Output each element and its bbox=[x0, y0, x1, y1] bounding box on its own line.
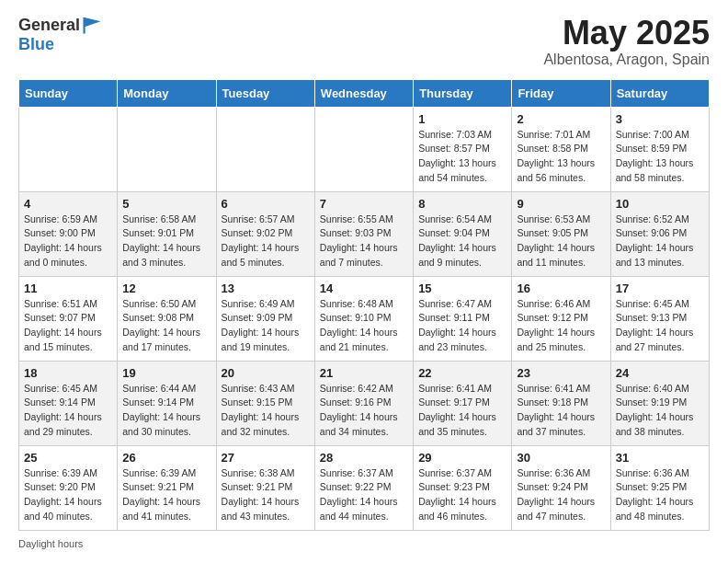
day-number: 11 bbox=[24, 282, 112, 295]
col-wednesday: Wednesday bbox=[314, 79, 413, 107]
logo-general-text: General bbox=[18, 16, 80, 35]
day-number: 24 bbox=[616, 366, 704, 380]
day-info: Sunrise: 6:55 AMSunset: 9:03 PMDaylight:… bbox=[320, 213, 408, 270]
day-number: 5 bbox=[122, 197, 210, 211]
day-info: Sunrise: 6:36 AMSunset: 9:25 PMDaylight:… bbox=[616, 466, 704, 524]
page: General Blue May 2025 Albentosa, Aragon,… bbox=[0, 0, 728, 563]
table-cell: 18Sunrise: 6:45 AMSunset: 9:14 PMDayligh… bbox=[19, 361, 118, 445]
calendar-week-3: 11Sunrise: 6:51 AMSunset: 9:07 PMDayligh… bbox=[19, 276, 710, 361]
day-number: 1 bbox=[418, 112, 506, 126]
table-cell: 22Sunrise: 6:41 AMSunset: 9:17 PMDayligh… bbox=[414, 361, 512, 445]
calendar-week-5: 25Sunrise: 6:39 AMSunset: 9:20 PMDayligh… bbox=[19, 445, 710, 530]
day-info: Sunrise: 6:43 AMSunset: 9:15 PMDaylight:… bbox=[222, 382, 310, 440]
day-info: Sunrise: 6:48 AMSunset: 9:10 PMDaylight:… bbox=[320, 297, 408, 355]
title-block: May 2025 Albentosa, Aragon, Spain bbox=[543, 15, 710, 68]
day-number: 31 bbox=[616, 451, 704, 465]
table-cell bbox=[19, 107, 118, 191]
table-cell: 31Sunrise: 6:36 AMSunset: 9:25 PMDayligh… bbox=[610, 445, 709, 530]
day-number: 2 bbox=[517, 112, 605, 126]
day-number: 28 bbox=[320, 451, 408, 465]
col-friday: Friday bbox=[512, 79, 610, 107]
day-number: 27 bbox=[222, 451, 310, 465]
day-number: 4 bbox=[24, 197, 112, 211]
daylight-label: Daylight hours bbox=[18, 538, 83, 549]
calendar-header-row: Sunday Monday Tuesday Wednesday Thursday… bbox=[19, 79, 710, 107]
table-cell bbox=[314, 107, 413, 191]
day-info: Sunrise: 6:37 AMSunset: 9:22 PMDaylight:… bbox=[320, 466, 408, 524]
day-info: Sunrise: 6:46 AMSunset: 9:12 PMDaylight:… bbox=[517, 297, 605, 355]
day-number: 19 bbox=[122, 366, 210, 380]
svg-rect-1 bbox=[84, 17, 85, 34]
day-info: Sunrise: 6:51 AMSunset: 9:07 PMDaylight:… bbox=[24, 297, 112, 355]
table-cell: 12Sunrise: 6:50 AMSunset: 9:08 PMDayligh… bbox=[118, 276, 216, 361]
day-info: Sunrise: 6:54 AMSunset: 9:04 PMDaylight:… bbox=[418, 213, 506, 270]
day-info: Sunrise: 7:00 AMSunset: 8:59 PMDaylight:… bbox=[616, 128, 704, 186]
day-info: Sunrise: 7:01 AMSunset: 8:58 PMDaylight:… bbox=[517, 128, 605, 186]
table-cell: 7Sunrise: 6:55 AMSunset: 9:03 PMDaylight… bbox=[314, 191, 413, 276]
table-cell: 4Sunrise: 6:59 AMSunset: 9:00 PMDaylight… bbox=[19, 191, 118, 276]
table-cell: 25Sunrise: 6:39 AMSunset: 9:20 PMDayligh… bbox=[19, 445, 118, 530]
day-info: Sunrise: 6:47 AMSunset: 9:11 PMDaylight:… bbox=[418, 297, 506, 355]
table-cell: 17Sunrise: 6:45 AMSunset: 9:13 PMDayligh… bbox=[610, 276, 709, 361]
table-cell: 23Sunrise: 6:41 AMSunset: 9:18 PMDayligh… bbox=[512, 361, 610, 445]
table-cell: 20Sunrise: 6:43 AMSunset: 9:15 PMDayligh… bbox=[216, 361, 314, 445]
logo: General Blue bbox=[18, 15, 102, 54]
table-cell: 2Sunrise: 7:01 AMSunset: 8:58 PMDaylight… bbox=[512, 107, 610, 191]
table-cell: 3Sunrise: 7:00 AMSunset: 8:59 PMDaylight… bbox=[610, 107, 709, 191]
day-info: Sunrise: 6:45 AMSunset: 9:13 PMDaylight:… bbox=[616, 297, 704, 355]
logo-flag-icon bbox=[82, 15, 102, 35]
table-cell: 10Sunrise: 6:52 AMSunset: 9:06 PMDayligh… bbox=[610, 191, 709, 276]
calendar-table: Sunday Monday Tuesday Wednesday Thursday… bbox=[18, 79, 710, 531]
day-number: 9 bbox=[517, 197, 605, 211]
day-info: Sunrise: 6:38 AMSunset: 9:21 PMDaylight:… bbox=[222, 466, 310, 524]
day-info: Sunrise: 6:39 AMSunset: 9:21 PMDaylight:… bbox=[122, 466, 210, 524]
table-cell: 21Sunrise: 6:42 AMSunset: 9:16 PMDayligh… bbox=[314, 361, 413, 445]
col-tuesday: Tuesday bbox=[216, 79, 314, 107]
table-cell: 28Sunrise: 6:37 AMSunset: 9:22 PMDayligh… bbox=[314, 445, 413, 530]
table-cell: 9Sunrise: 6:53 AMSunset: 9:05 PMDaylight… bbox=[512, 191, 610, 276]
day-info: Sunrise: 6:45 AMSunset: 9:14 PMDaylight:… bbox=[24, 382, 112, 440]
day-info: Sunrise: 6:44 AMSunset: 9:14 PMDaylight:… bbox=[122, 382, 210, 440]
table-cell: 13Sunrise: 6:49 AMSunset: 9:09 PMDayligh… bbox=[216, 276, 314, 361]
day-info: Sunrise: 6:50 AMSunset: 9:08 PMDaylight:… bbox=[122, 297, 210, 355]
day-number: 26 bbox=[122, 451, 210, 465]
day-number: 22 bbox=[418, 366, 506, 380]
table-cell bbox=[118, 107, 216, 191]
day-number: 6 bbox=[222, 197, 310, 211]
table-cell: 19Sunrise: 6:44 AMSunset: 9:14 PMDayligh… bbox=[118, 361, 216, 445]
header: General Blue May 2025 Albentosa, Aragon,… bbox=[18, 15, 710, 68]
day-info: Sunrise: 6:37 AMSunset: 9:23 PMDaylight:… bbox=[418, 466, 506, 524]
col-monday: Monday bbox=[118, 79, 216, 107]
table-cell: 15Sunrise: 6:47 AMSunset: 9:11 PMDayligh… bbox=[414, 276, 512, 361]
calendar-location: Albentosa, Aragon, Spain bbox=[543, 52, 710, 68]
day-number: 23 bbox=[517, 366, 605, 380]
day-number: 16 bbox=[517, 282, 605, 295]
col-sunday: Sunday bbox=[19, 79, 118, 107]
svg-marker-0 bbox=[85, 17, 101, 27]
day-info: Sunrise: 6:49 AMSunset: 9:09 PMDaylight:… bbox=[222, 297, 310, 355]
day-number: 25 bbox=[24, 451, 112, 465]
day-number: 3 bbox=[616, 112, 704, 126]
table-cell bbox=[216, 107, 314, 191]
day-number: 20 bbox=[222, 366, 310, 380]
day-number: 10 bbox=[616, 197, 704, 211]
day-info: Sunrise: 6:42 AMSunset: 9:16 PMDaylight:… bbox=[320, 382, 408, 440]
table-cell: 8Sunrise: 6:54 AMSunset: 9:04 PMDaylight… bbox=[414, 191, 512, 276]
day-info: Sunrise: 6:41 AMSunset: 9:18 PMDaylight:… bbox=[517, 382, 605, 440]
day-number: 29 bbox=[418, 451, 506, 465]
logo-blue-text: Blue bbox=[18, 35, 54, 53]
day-info: Sunrise: 6:52 AMSunset: 9:06 PMDaylight:… bbox=[616, 213, 704, 270]
day-number: 14 bbox=[320, 282, 408, 295]
col-thursday: Thursday bbox=[414, 79, 512, 107]
day-number: 7 bbox=[320, 197, 408, 211]
table-cell: 1Sunrise: 7:03 AMSunset: 8:57 PMDaylight… bbox=[414, 107, 512, 191]
day-number: 30 bbox=[517, 451, 605, 465]
day-number: 21 bbox=[320, 366, 408, 380]
day-number: 17 bbox=[616, 282, 704, 295]
day-info: Sunrise: 6:39 AMSunset: 9:20 PMDaylight:… bbox=[24, 466, 112, 524]
table-cell: 26Sunrise: 6:39 AMSunset: 9:21 PMDayligh… bbox=[118, 445, 216, 530]
calendar-week-4: 18Sunrise: 6:45 AMSunset: 9:14 PMDayligh… bbox=[19, 361, 710, 445]
table-cell: 16Sunrise: 6:46 AMSunset: 9:12 PMDayligh… bbox=[512, 276, 610, 361]
day-number: 18 bbox=[24, 366, 112, 380]
day-number: 8 bbox=[418, 197, 506, 211]
